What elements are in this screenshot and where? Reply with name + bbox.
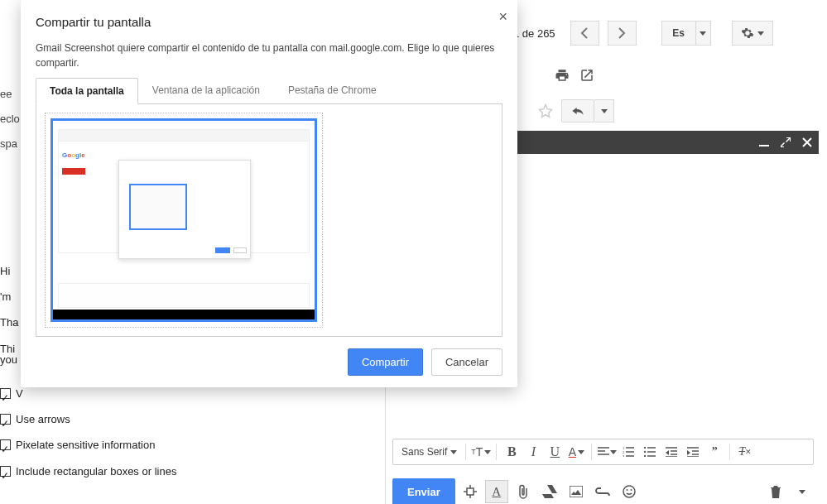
- align-button[interactable]: [597, 442, 617, 462]
- svg-point-4: [644, 447, 646, 449]
- svg-point-11: [630, 489, 632, 491]
- crop-tool-button[interactable]: [459, 480, 482, 503]
- modal-description: Gmail Screenshot quiere compartir el con…: [36, 41, 502, 70]
- numbered-list-button[interactable]: 123: [618, 442, 638, 462]
- text-color-button[interactable]: A: [566, 442, 586, 462]
- svg-point-5: [644, 451, 646, 453]
- tab-entire-screen[interactable]: Toda la pantalla: [36, 78, 138, 104]
- bold-button[interactable]: B: [502, 442, 522, 462]
- tab-chrome-tab[interactable]: Pestaña de Chrome: [274, 77, 391, 103]
- emoji-icon: [623, 485, 636, 498]
- discard-button[interactable]: [764, 480, 787, 503]
- open-new-icon[interactable]: [579, 68, 594, 83]
- star-icon[interactable]: [538, 103, 553, 118]
- reply-icon: [571, 106, 584, 116]
- svg-point-6: [644, 455, 646, 457]
- print-icon[interactable]: [555, 68, 570, 83]
- font-family-select[interactable]: Sans Serif: [398, 446, 460, 458]
- insert-emoji-button[interactable]: [618, 480, 641, 503]
- svg-rect-7: [467, 488, 474, 495]
- more-options-button[interactable]: [791, 480, 814, 503]
- screen-thumbnail[interactable]: Google: [45, 113, 323, 328]
- minimize-icon[interactable]: [759, 137, 769, 147]
- svg-text:3: 3: [623, 454, 625, 457]
- link-icon: [595, 487, 610, 496]
- share-screen-modal: × Compartir tu pantalla Gmail Screenshot…: [21, 0, 517, 387]
- modal-close-button[interactable]: ×: [498, 8, 507, 26]
- cancel-button[interactable]: Cancelar: [431, 348, 502, 376]
- svg-point-9: [623, 486, 635, 497]
- next-button[interactable]: [608, 21, 637, 46]
- insert-photo-button[interactable]: [565, 480, 588, 503]
- sidebar-peek-1: ee: [0, 88, 20, 100]
- gear-icon: [741, 26, 754, 40]
- drive-icon: [542, 485, 557, 498]
- svg-point-10: [626, 489, 627, 491]
- remove-format-button[interactable]: T✕: [735, 442, 755, 462]
- reply-button[interactable]: [561, 99, 594, 122]
- insert-link-button[interactable]: [591, 480, 614, 503]
- share-button[interactable]: Compartir: [348, 348, 423, 376]
- checklist-3: Include rectangular boxes or lines: [0, 458, 176, 484]
- underline-button[interactable]: U: [545, 442, 565, 462]
- indent-less-button[interactable]: [661, 442, 681, 462]
- indent-more-button[interactable]: [683, 442, 703, 462]
- sidebar-peek-3: spa: [0, 137, 20, 150]
- settings-button[interactable]: [732, 21, 773, 46]
- close-icon[interactable]: [802, 137, 812, 147]
- prev-button[interactable]: [570, 21, 599, 46]
- italic-button[interactable]: I: [523, 442, 543, 462]
- attach-button[interactable]: [512, 480, 535, 503]
- drive-button[interactable]: [538, 480, 561, 503]
- send-button[interactable]: Enviar: [392, 478, 455, 505]
- quote-button[interactable]: ”: [704, 442, 724, 462]
- expand-icon[interactable]: [781, 137, 791, 147]
- svg-rect-8: [570, 486, 583, 497]
- format-toggle-button[interactable]: A: [485, 480, 508, 503]
- trash-icon: [771, 485, 781, 498]
- sidebar-peek-2: eclo: [0, 113, 20, 125]
- font-size-button[interactable]: TT: [471, 442, 491, 462]
- bullet-list-button[interactable]: [640, 442, 660, 462]
- formatting-toolbar: Sans Serif TT B I U A 123 ” T✕: [392, 439, 814, 465]
- pagination-counter: 1 de 265: [513, 27, 555, 40]
- tab-app-window[interactable]: Ventana de la aplicación: [138, 77, 274, 103]
- language-button[interactable]: Es: [661, 21, 696, 46]
- modal-title: Compartir tu pantalla: [36, 15, 502, 29]
- checklist-2: Pixelate sensitive information: [0, 432, 176, 458]
- image-icon: [570, 486, 583, 497]
- svg-rect-0: [759, 145, 769, 146]
- paperclip-icon: [517, 484, 529, 499]
- reply-dropdown[interactable]: [594, 99, 614, 122]
- checklist-1: Use arrows: [0, 406, 176, 432]
- language-dropdown[interactable]: [696, 21, 711, 46]
